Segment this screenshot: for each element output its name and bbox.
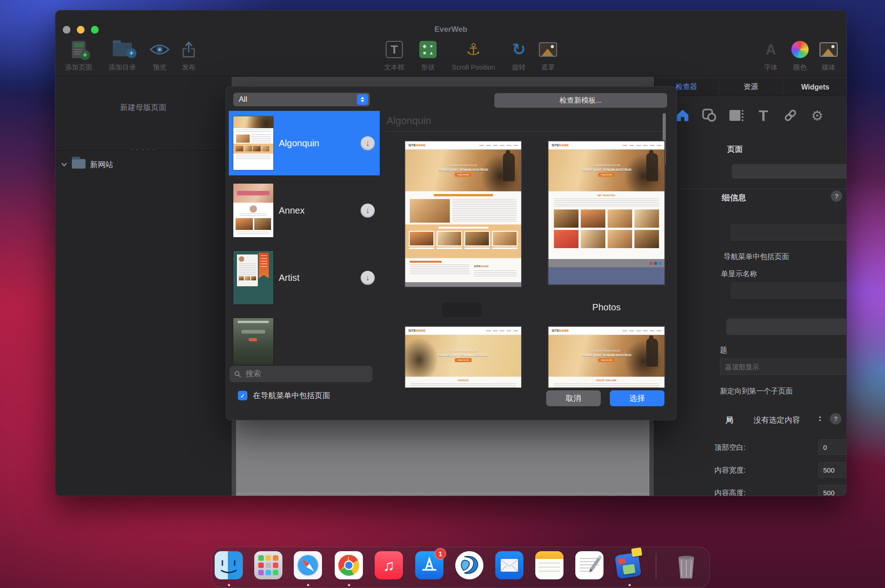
toolbar-scroll-position-button[interactable]: ⚓ Scroll Position [448,37,498,74]
sidebar-divider-handle[interactable]: • • • • • [55,147,231,152]
toolbar-add-page-button[interactable]: + 添加页面 [55,37,104,74]
dock-item-trash[interactable] [672,551,700,579]
include-in-nav-label: 在导航菜单中包括页面 [253,390,330,401]
gear-icon[interactable]: ⚙ [807,106,827,125]
download-icon[interactable]: ↓ [361,136,375,150]
preview-page-photos[interactable]: SITENAME LOREM IPSUM DOLOR CONSEQUAT VEN… [548,141,664,284]
thumb-hero-line2: CONSEQUAT VENIAM NOSTRUD [438,168,488,171]
choose-button[interactable]: 选择 [610,390,664,406]
dock-item-chrome[interactable] [335,551,363,579]
template-row-artist[interactable]: Artist ↓ [229,245,380,310]
search-icon [234,371,241,378]
page2-label: Photos [548,302,664,313]
running-indicator [228,584,230,586]
thumb-navbar: SITENAME [405,327,521,335]
chrome-icon [335,551,363,579]
thumb-videos-heading: VIDEOS [411,379,516,382]
template-chooser-dialog: All 检查新模板... Algonquin ↓ [226,86,677,420]
music-icon: ♫ [383,557,395,574]
master-page-dropdown[interactable] [726,319,847,335]
template-search [230,366,372,382]
page1-label-pill [442,302,481,317]
content-width-input[interactable] [818,462,847,478]
thumb-photos-heading: MY PHOTOS [554,194,659,197]
thumb-hero: LOREM IPSUM DOLOR CONSEQUAT VENIAM NOSTR… [405,335,521,377]
thumb-hero-line1: LOREM IPSUM DOLOR [593,164,620,167]
metrics-icon[interactable] [726,106,746,125]
page-title-input[interactable] [720,359,847,375]
thumb-sitename: SITE [552,144,559,147]
toolbar-publish-button[interactable]: 发布 [164,37,214,74]
launchpad-icon [258,555,278,575]
dock-item-launchpad[interactable] [254,551,282,579]
cancel-button[interactable]: 取消 [546,390,601,406]
include-in-nav-row: ✓ 在导航菜单中包括页面 [238,390,330,401]
thumb-sitename-accent: NAME [480,265,488,268]
thumb-hero: LOREM IPSUM DOLOR CONSEQUAT VENIAM NOSTR… [548,335,664,377]
dock-item-music[interactable]: ♫ [375,551,403,579]
toolbar-label: 遮罩 [523,63,573,72]
toolbar-shapes-button[interactable]: ◆●■▲ 形状 [403,37,453,74]
preview-page-videos[interactable]: SITENAME LOREM IPSUM DOLOR CONSEQUAT VEN… [405,327,521,388]
publish-icon [164,37,214,62]
text-style-icon[interactable]: T [754,106,774,125]
template-row-annex[interactable]: Annex ↓ [229,178,380,243]
thumb-hero: LOREM IPSUM DOLOR CONSEQUAT VENIAM NOSTR… [548,149,664,191]
template-thumbnail [233,184,273,237]
new-master-page-button[interactable]: 新建母版页面 [55,102,231,113]
dock-item-finder[interactable] [215,551,243,579]
dock-item-everweb[interactable] [455,551,483,579]
thumb-hero-line1: LOREM IPSUM DOLOR [449,349,477,352]
thumb-navbar: SITENAME [548,141,664,149]
dock-item-mail[interactable] [495,551,523,579]
thumb-hero-button: READ MORE [598,358,614,362]
metric-label: 内容高度: [714,488,745,496]
link-icon[interactable] [780,106,800,125]
finder-icon [215,551,243,579]
thumb-hero-line2: CONSEQUAT VENIAM NOSTRUD [582,168,632,171]
top-margin-input[interactable] [818,439,847,455]
tab-assets[interactable]: 资源 [719,79,784,95]
details-help-button[interactable]: ? [831,190,842,202]
category-filter-select[interactable]: All [233,93,370,106]
menu-display-name-field[interactable] [731,282,847,299]
toolbar-mask-button[interactable]: 遮罩 [523,37,573,74]
safari-icon [294,551,322,579]
template-row-partial[interactable] [229,313,380,364]
page-dropdown[interactable] [732,164,847,179]
dock-item-textedit[interactable] [575,551,603,579]
shape-style-icon[interactable] [699,106,719,125]
thumb-navbar: SITENAME [548,327,664,335]
template-row-algonquin[interactable]: Algonquin ↓ [229,111,380,175]
thumb-sitename-accent: NAME [416,144,425,147]
dock-item-safari[interactable] [294,551,322,579]
search-input[interactable] [245,369,368,379]
running-indicator [629,584,631,586]
dock-item-toolbox[interactable] [615,551,644,579]
dock-item-notes[interactable] [535,551,563,579]
template-name: Annex [279,205,305,216]
notification-badge: 1 [435,548,446,559]
details-section-title: 细信息 [722,192,746,203]
check-new-templates-button[interactable]: 检查新模板... [494,93,667,108]
content-height-input[interactable] [818,485,847,496]
download-icon[interactable]: ↓ [361,271,375,285]
toolbar-media-button[interactable]: 媒体 [804,37,847,74]
tab-widgets[interactable]: Widgets [783,79,847,95]
preview-page-home[interactable]: SITENAME LOREM IPSUM DOLOR CONSEQUAT VEN… [405,141,521,287]
running-indicator [348,584,350,586]
sidebar-divider [55,150,231,151]
sidebar-item-website[interactable]: 新网站 [61,158,113,171]
preview-page-shop[interactable]: SITENAME LOREM IPSUM DOLOR CONSEQUAT VEN… [548,327,664,388]
download-icon[interactable]: ↓ [361,204,375,218]
include-in-nav-checkbox[interactable]: ✓ [238,391,247,400]
template-name: Artist [279,273,300,283]
thumb-sitename-accent: NAME [559,144,568,147]
mask-icon [523,37,573,62]
page-boundary-guide [236,493,649,494]
layout-help-button[interactable]: ? [830,413,841,424]
page-name-field[interactable] [731,224,847,240]
dock-separator [656,553,656,579]
shapes-icon: ◆●■▲ [403,37,453,62]
template-preview-pane: Algonquin SITENAME LOREM IPSUM DOLOR CON… [383,110,669,388]
